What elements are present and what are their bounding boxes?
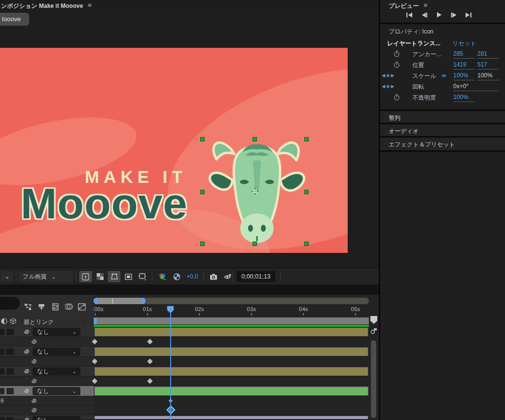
property-value[interactable]: 517 (477, 61, 499, 70)
parent-dropdown[interactable]: なし⌄ (33, 367, 80, 376)
switches-column-icon[interactable] (1, 318, 7, 324)
guides-options-button[interactable] (137, 271, 149, 282)
preview-menu-icon[interactable]: ≡ (424, 2, 431, 8)
parent-pickwhip-icon[interactable] (24, 368, 30, 376)
playhead-line[interactable] (170, 313, 171, 420)
navigator-end-handle[interactable] (142, 298, 145, 304)
transform-group-label[interactable]: レイヤートランス... (387, 39, 440, 48)
property-row[interactable] (0, 337, 94, 347)
property-row[interactable]: 6 (0, 396, 94, 406)
property-value[interactable]: 285 (453, 50, 475, 59)
selection-handle[interactable] (304, 137, 309, 141)
next-frame-button[interactable] (448, 10, 459, 19)
stopwatch-icon[interactable] (394, 94, 400, 102)
keyframe-diamond-icon[interactable]: ◆ (386, 72, 391, 78)
property-row[interactable] (0, 406, 94, 415)
layer-row[interactable]: なし⌄ (0, 347, 94, 357)
transparency-grid-button[interactable] (94, 271, 106, 282)
layer-row[interactable]: なし⌄ (0, 327, 94, 337)
panel-section-1[interactable]: 整列 (380, 111, 505, 124)
layer-duration-bar[interactable] (95, 328, 368, 336)
shy-layers-icon[interactable] (36, 302, 47, 312)
layer-switch-box[interactable] (0, 329, 4, 335)
composition-flowchart-icon[interactable] (23, 302, 34, 312)
keyframe-navigator[interactable]: ◀◆▶ (382, 83, 398, 89)
layer-row[interactable]: なし⌄ (0, 415, 94, 420)
property-row[interactable] (0, 357, 94, 366)
motion-blur-icon[interactable] (63, 302, 74, 312)
parent-link-column-header[interactable]: 親とリンク (24, 318, 54, 326)
parent-pickwhip-icon[interactable] (24, 328, 30, 336)
parent-dropdown[interactable]: なし⌄ (33, 387, 80, 395)
layer-duration-bar[interactable] (95, 416, 368, 419)
keyframe-diamond[interactable] (147, 358, 152, 364)
layer-switch-box[interactable] (6, 368, 14, 375)
composition-tab-title[interactable]: ンポジション Make it Mooove (1, 2, 83, 10)
stopwatch-icon[interactable] (394, 50, 400, 59)
selection-handle[interactable] (304, 242, 309, 246)
work-area-start-handle[interactable] (94, 317, 97, 324)
3d-cube-icon[interactable] (10, 318, 16, 324)
property-pickwhip-icon[interactable] (31, 407, 37, 415)
stopwatch-icon[interactable] (394, 61, 400, 70)
selection-handle[interactable] (200, 242, 205, 246)
layer-duration-bar[interactable] (95, 348, 368, 356)
fast-preview-button[interactable] (79, 271, 92, 282)
region-of-interest-button[interactable] (122, 271, 135, 282)
comp-marker-bin-icon[interactable] (370, 316, 377, 324)
layer-row[interactable]: なし⌄ (0, 386, 94, 396)
panel-section-2[interactable]: オーディオ (380, 125, 505, 137)
parent-dropdown[interactable]: なし⌄ (33, 328, 80, 336)
composition-canvas[interactable]: MAKE IT Mooove (0, 48, 348, 253)
parent-dropdown[interactable]: なし⌄ (33, 348, 80, 356)
exposure-value[interactable]: +0.0 (186, 273, 198, 280)
keyframe-diamond[interactable] (147, 378, 152, 384)
layer-duration-bar[interactable] (95, 387, 368, 395)
property-row[interactable] (0, 377, 94, 386)
composition-tab[interactable]: looove (0, 13, 29, 26)
mask-visibility-button[interactable] (108, 271, 120, 282)
property-value[interactable]: 100% (453, 72, 475, 80)
keyframe-navigator[interactable]: ◀◆▶ (382, 72, 398, 78)
timeline-vertical-scrollbar[interactable] (371, 340, 376, 418)
current-timecode[interactable]: 0;00;01;13 (237, 271, 275, 282)
exposure-button[interactable] (171, 271, 183, 282)
reset-button[interactable]: リセット (452, 39, 476, 48)
property-value[interactable]: 1419 (453, 61, 475, 70)
comp-marker-flag-icon[interactable] (370, 327, 377, 334)
selection-handle[interactable] (252, 242, 257, 246)
layer-switch-box[interactable] (0, 417, 4, 420)
panel-section-3[interactable]: エフェクト＆プリセット (380, 138, 505, 150)
layer-duration-bar[interactable] (95, 367, 368, 376)
property-pickwhip-icon[interactable] (31, 358, 37, 366)
parent-dropdown[interactable]: なし⌄ (33, 416, 80, 420)
property-value[interactable]: 100% (453, 94, 475, 102)
take-snapshot-button[interactable] (207, 271, 219, 282)
parent-pickwhip-icon[interactable] (24, 348, 30, 356)
selection-handle[interactable] (200, 137, 205, 141)
selection-handle[interactable] (200, 190, 205, 194)
timeline-search-field[interactable] (0, 297, 20, 310)
parent-pickwhip-icon[interactable] (24, 387, 30, 395)
layer-switch-box[interactable] (0, 349, 4, 355)
time-navigator[interactable] (94, 298, 369, 304)
selection-handle[interactable] (252, 137, 257, 141)
layer-switch-box[interactable] (0, 388, 4, 394)
property-pickwhip-icon[interactable] (31, 338, 37, 346)
parent-pickwhip-icon[interactable] (24, 417, 30, 420)
navigator-visible-range[interactable] (94, 298, 145, 304)
navigator-start-handle[interactable] (94, 298, 97, 304)
layer-switch-box[interactable] (6, 329, 14, 335)
time-ruler[interactable]: :00s01s02s03s04s05s (94, 305, 369, 317)
frame-blending-icon[interactable] (50, 302, 61, 312)
playhead-handle[interactable] (167, 306, 174, 314)
property-value[interactable]: 281 (477, 50, 499, 59)
graph-editor-icon[interactable] (76, 302, 87, 312)
magnification-dropdown[interactable]: ⌄ (1, 271, 13, 282)
first-frame-button[interactable] (404, 10, 415, 19)
layer-row[interactable]: なし⌄ (0, 366, 94, 377)
layer-switch-box[interactable] (6, 388, 14, 394)
layer-switch-box[interactable] (6, 349, 14, 355)
keyframe-diamond-icon[interactable]: ◆ (386, 83, 391, 89)
property-value[interactable]: 100% (477, 72, 499, 80)
